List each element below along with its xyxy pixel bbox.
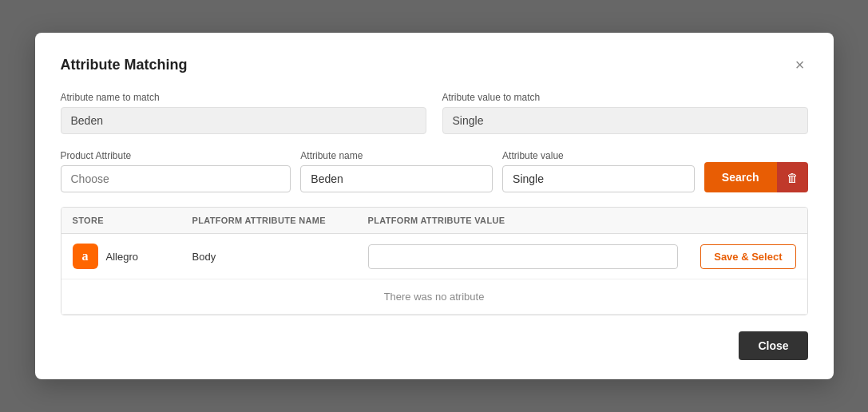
attr-name-to-match-label: Atribute name to match [61,92,426,103]
attr-name-to-match-input[interactable] [61,107,426,134]
table-row: a Allegro Body Save & Select [61,234,807,279]
search-delete-button-group: Search 🗑 [704,162,808,192]
filter-row: Product Attribute Attribute name Attribu… [61,150,808,192]
platform-attr-value-cell [357,234,690,279]
empty-message: There was no atribute [61,279,807,315]
filter-attr-value-input[interactable] [502,165,695,192]
col-header-action [689,208,807,234]
platform-attr-value-input[interactable] [368,244,679,269]
attribute-matching-modal: Attribute Matching × Atribute name to ma… [35,33,834,379]
product-attr-group: Product Attribute [61,150,291,192]
attr-value-to-match-group: Atribute value to match [442,92,808,134]
modal-header: Attribute Matching × [61,55,808,74]
modal-title: Attribute Matching [61,57,188,73]
filter-attr-name-input[interactable] [300,165,493,192]
store-name: Allegro [106,251,138,263]
col-header-platform-attr-value: PLATFORM ATTRIBUTE VALUE [357,208,690,234]
filter-attr-value-label: Attribute value [502,150,695,161]
product-attr-label: Product Attribute [61,150,291,161]
platform-attr-name-cell: Body [181,234,357,279]
close-button[interactable]: Close [739,331,807,360]
attr-value-to-match-label: Atribute value to match [442,92,808,103]
results-table-wrapper: STORE PLATFORM ATTRIBUTE NAME PLATFORM A… [61,207,808,315]
save-select-cell: Save & Select [689,234,807,279]
delete-button[interactable]: 🗑 [777,162,808,192]
product-attr-input[interactable] [61,165,291,192]
modal-close-button[interactable]: × [792,55,808,74]
table-body: a Allegro Body Save & Select There was n… [61,234,807,315]
col-header-store: STORE [61,208,181,234]
modal-footer: Close [61,331,808,360]
filter-attr-name-group: Attribute name [300,150,493,192]
search-button[interactable]: Search [704,162,777,192]
col-header-platform-attr-name: PLATFORM ATTRIBUTE NAME [181,208,357,234]
save-select-button[interactable]: Save & Select [700,244,795,269]
filter-attr-name-label: Attribute name [300,150,493,161]
results-table: STORE PLATFORM ATTRIBUTE NAME PLATFORM A… [61,208,807,315]
empty-message-row: There was no atribute [61,279,807,315]
table-header: STORE PLATFORM ATTRIBUTE NAME PLATFORM A… [61,208,807,234]
attr-name-to-match-group: Atribute name to match [61,92,426,134]
filter-attr-value-group: Attribute value [502,150,695,192]
attr-value-to-match-input[interactable] [442,107,808,134]
allegro-icon: a [73,244,98,269]
top-fields-row: Atribute name to match Atribute value to… [61,92,808,134]
store-cell: a Allegro [61,234,181,279]
trash-icon: 🗑 [787,171,799,184]
modal-overlay: Attribute Matching × Atribute name to ma… [0,0,868,412]
